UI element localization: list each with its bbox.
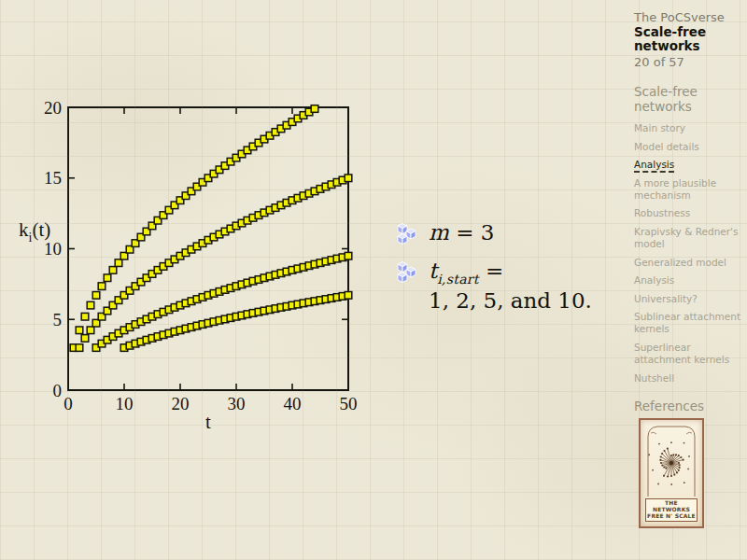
sidebar-item-label[interactable]: Superlinear attachment kernels [634, 342, 729, 365]
marker [115, 259, 122, 267]
sidebar-item-label[interactable]: Analysis [634, 159, 674, 173]
sidebar-item-references[interactable]: References [634, 399, 740, 413]
marker [311, 105, 318, 113]
y-tick-label: 5 [53, 310, 63, 329]
network-node [679, 464, 681, 466]
math-var-t: t [429, 259, 437, 283]
sidebar-item-label[interactable]: Nutshell [634, 372, 674, 384]
x-tick-label: 50 [340, 394, 358, 413]
sidebar-item-label[interactable]: Model details [634, 141, 699, 152]
stamp-frame: THE NETWORKS FREE N' SCALE [642, 422, 700, 525]
cubes-icon [396, 223, 418, 250]
network-node [680, 456, 682, 458]
sidebar-item-universality[interactable]: Universality? [634, 293, 740, 305]
marker [87, 327, 94, 334]
math-values-line: 1, 2, 5, and 10. [429, 288, 592, 314]
sidebar-item-model-details[interactable]: Model details [634, 141, 740, 153]
y-axis-label: ki(t) [19, 218, 50, 245]
network-node [661, 453, 663, 455]
math-eq-m: = 3 [456, 220, 494, 245]
y-tick-label: 10 [44, 239, 62, 259]
sidebar-item-main-story[interactable]: Main story [634, 122, 740, 134]
network-node [672, 454, 674, 455]
sidebar-item-robustness[interactable]: Robustness [634, 207, 740, 219]
sidebar-item-sublinear-attachment-kernels[interactable]: Sublinear attachment kernels [634, 311, 740, 336]
x-axis-label: t [205, 411, 211, 433]
math-var-m: m [429, 220, 449, 245]
marker [345, 292, 352, 300]
x-tick-label: 30 [228, 394, 246, 413]
network-node [684, 442, 685, 444]
marker [345, 252, 352, 259]
network-node [660, 462, 662, 464]
network-node [676, 471, 678, 473]
bullet-m-text: m = 3 [429, 220, 494, 250]
network-center-node [669, 461, 673, 465]
bullet-m: m = 3 [396, 220, 629, 250]
deck-title: Scale-free networks [634, 25, 714, 53]
network-node [670, 475, 672, 477]
brand-title: The PoCSverse [634, 11, 740, 25]
sidebar-item-label[interactable]: A more plausible mechanism [634, 177, 716, 201]
bullet-tstart: ti,start = 1, 2, 5, and 10. [396, 259, 629, 314]
series-tstart-10 [120, 292, 352, 352]
sidebar-nav: Main storyModel detailsAnalysisA more pl… [634, 122, 740, 385]
network-node [663, 466, 665, 468]
math-sub-istart: i,start [437, 272, 479, 287]
network-node [670, 455, 672, 456]
bullet-tstart-text: ti,start = 1, 2, 5, and 10. [429, 259, 592, 314]
sidebar: The PoCSverse Scale-free networks 20 of … [634, 11, 740, 413]
network-node [670, 483, 672, 485]
sidebar-item-label[interactable]: Krapivsky & Redner's model [634, 226, 738, 249]
network-node [665, 468, 667, 469]
network-node [688, 455, 690, 457]
sidebar-item-analysis[interactable]: Analysis [634, 274, 740, 287]
marker [98, 283, 106, 290]
sidebar-item-label[interactable]: Generalized model [634, 257, 726, 268]
marker [87, 301, 94, 309]
network-node [678, 462, 680, 464]
marker [76, 327, 83, 334]
y-tick-label: 20 [44, 98, 62, 118]
cubes-icon [396, 261, 418, 314]
network-node [652, 469, 654, 471]
sidebar-item-label[interactable]: Universality? [634, 293, 698, 304]
y-tick-label: 15 [44, 168, 62, 188]
network-node [687, 469, 689, 470]
marker [109, 267, 117, 274]
network-node [660, 455, 662, 457]
network-node [657, 483, 659, 485]
network-node [673, 473, 675, 475]
sidebar-item-label[interactable]: Sublinear attachment kernels [634, 311, 740, 334]
y-tick-label: 0 [53, 381, 63, 400]
network-node [684, 482, 685, 483]
slide: 0102030405005101520ki(t)t m = 3 [0, 0, 747, 560]
network-node [670, 441, 672, 443]
marker [92, 292, 100, 300]
sidebar-item-generalized-model[interactable]: Generalized model [634, 257, 740, 269]
x-tick-label: 10 [116, 394, 134, 413]
network-node [667, 447, 669, 449]
x-tick-label: 40 [284, 394, 302, 413]
marker [76, 344, 83, 352]
sidebar-item-label[interactable]: Analysis [634, 274, 674, 286]
section-title[interactable]: Scale-free networks [634, 85, 714, 114]
axis-ticks [68, 107, 348, 390]
corner-flourish [651, 432, 692, 434]
network-node [682, 459, 684, 461]
sidebar-item-krapivsky-redner-s-model[interactable]: Krapivsky & Redner's model [634, 226, 740, 251]
network-stamp-image[interactable]: THE NETWORKS FREE N' SCALE [639, 418, 704, 528]
sidebar-item-nutshell[interactable]: Nutshell [634, 372, 740, 385]
sidebar-item-superlinear-attachment-kernels[interactable]: Superlinear attachment kernels [634, 342, 740, 367]
x-tick-label: 0 [63, 394, 73, 413]
network-node [679, 467, 681, 469]
stamp-caption: THE NETWORKS FREE N' SCALE [645, 498, 698, 522]
sidebar-item-analysis[interactable]: Analysis [634, 159, 740, 171]
network-hub [648, 441, 690, 485]
marker [345, 175, 352, 182]
sidebar-item-a-more-plausible-mechanism[interactable]: A more plausible mechanism [634, 177, 740, 203]
network-node [678, 469, 680, 471]
sidebar-item-label[interactable]: Robustness [634, 207, 690, 218]
sidebar-item-label[interactable]: Main story [634, 122, 685, 133]
marker [81, 313, 89, 320]
